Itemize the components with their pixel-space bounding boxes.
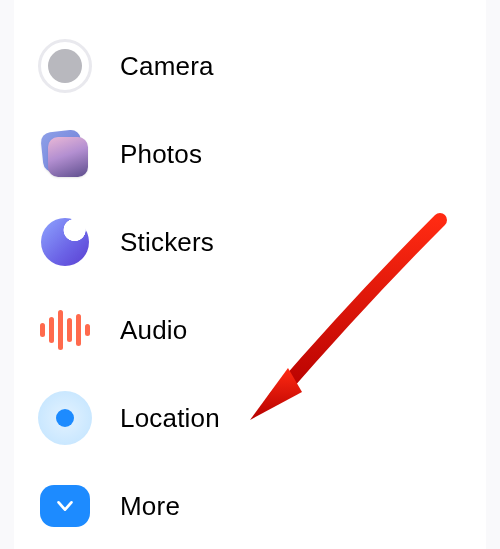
more-menu-item[interactable]: More — [14, 462, 486, 549]
location-icon — [38, 391, 92, 445]
menu-item-label: Camera — [120, 51, 214, 82]
attachment-menu: Camera Photos Stickers Audio — [14, 22, 486, 549]
audio-menu-item[interactable]: Audio — [14, 286, 486, 374]
menu-item-label: Stickers — [120, 227, 214, 258]
audio-icon — [38, 303, 92, 357]
more-icon — [38, 479, 92, 533]
menu-item-label: Audio — [120, 315, 188, 346]
photos-icon — [38, 127, 92, 181]
photos-menu-item[interactable]: Photos — [14, 110, 486, 198]
stickers-icon — [38, 215, 92, 269]
stickers-menu-item[interactable]: Stickers — [14, 198, 486, 286]
camera-menu-item[interactable]: Camera — [14, 22, 486, 110]
location-menu-item[interactable]: Location — [14, 374, 486, 462]
menu-item-label: More — [120, 491, 180, 522]
chevron-down-icon — [54, 495, 76, 517]
menu-item-label: Photos — [120, 139, 202, 170]
camera-icon — [38, 39, 92, 93]
menu-item-label: Location — [120, 403, 220, 434]
attachment-menu-sheet: Camera Photos Stickers Audio — [14, 0, 486, 549]
